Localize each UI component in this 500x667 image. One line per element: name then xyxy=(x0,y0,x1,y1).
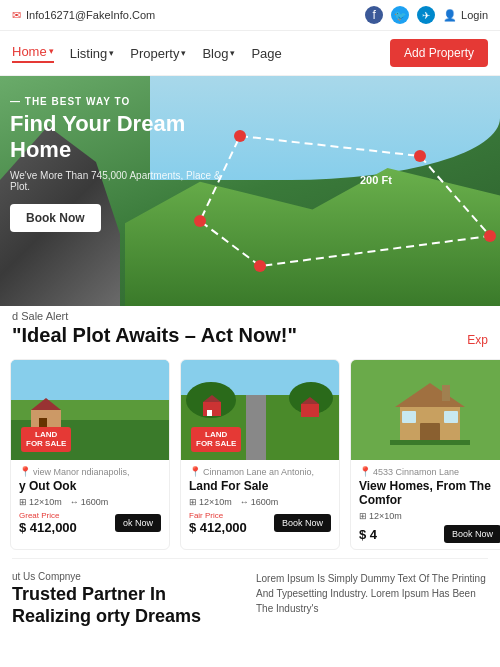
telegram-icon[interactable]: ✈ xyxy=(417,6,435,24)
nav-arrow-home: ▾ xyxy=(49,46,54,56)
social-links[interactable]: f 🐦 ✈ 👤 Login xyxy=(365,6,488,24)
card-location-2: 📍 Cinnamon Lane an Antonio, xyxy=(189,466,331,477)
svg-marker-25 xyxy=(395,383,465,407)
hero-book-button[interactable]: Book Now xyxy=(10,204,101,232)
hero-content: — THE BEST WAY TO Find Your Dream Home W… xyxy=(10,96,230,232)
nav-home[interactable]: Home ▾ xyxy=(12,44,54,63)
email-icon: ✉ xyxy=(12,9,21,22)
nav-property[interactable]: Property ▾ xyxy=(130,46,186,61)
about-title: Trusted Partner In Realizing orty Dreams xyxy=(12,584,244,627)
svg-rect-8 xyxy=(11,360,169,400)
nav-arrow-blog: ▾ xyxy=(230,48,235,58)
property-card-2: LAND FOR SALE 📍 Cinnamon Lane an Antonio… xyxy=(180,359,340,550)
sale-alert-label: d Sale Alert xyxy=(12,310,297,322)
nav-listing[interactable]: Listing ▾ xyxy=(70,46,115,61)
svg-rect-29 xyxy=(442,385,450,401)
card-scene-3 xyxy=(390,375,470,445)
hero-description: We've More Than 745,000 Apartments, Plac… xyxy=(10,170,230,192)
card-spec-beds-2: ⊞ 12×10m xyxy=(189,497,232,507)
card-body-1: 📍 view Manor ndianapolis, y Out Ook ⊞ 12… xyxy=(11,460,169,541)
alert-header: d Sale Alert "Ideal Plot Awaits – Act No… xyxy=(0,306,500,351)
card-title-3: View Homes, From The Comfor xyxy=(359,479,500,507)
nav-arrow-property: ▾ xyxy=(181,48,186,58)
card-badge-1: LAND FOR SALE xyxy=(21,427,71,452)
property-card-3: 📍 4533 Cinnamon Lane View Homes, From Th… xyxy=(350,359,500,550)
card-badge-2: LAND FOR SALE xyxy=(191,427,241,452)
svg-rect-22 xyxy=(301,404,319,417)
about-text-block: ut Us Compnye Trusted Partner In Realizi… xyxy=(12,571,244,627)
property-card-1: LAND FOR SALE 📍 view Manor ndianapolis, … xyxy=(10,359,170,550)
hero-title: Find Your Dream Home xyxy=(10,111,230,164)
card-spec-beds-3: ⊞ 12×10m xyxy=(359,511,402,521)
card-location-1: 📍 view Manor ndianapolis, xyxy=(19,466,161,477)
about-label: ut Us Compnye xyxy=(12,571,244,582)
user-icon: 👤 xyxy=(443,9,457,22)
bed-icon: ⊞ xyxy=(19,497,27,507)
size-icon: ↔ xyxy=(70,497,79,507)
navbar: Home ▾ Listing ▾ Property ▾ Blog ▾ Page … xyxy=(0,31,500,76)
card-footer-3: $ 4 Book Now xyxy=(359,525,500,543)
svg-rect-28 xyxy=(444,411,458,423)
card-footer-1: Great Price $ 412,000 ok Now xyxy=(19,511,161,535)
svg-rect-30 xyxy=(390,440,470,445)
card-body-2: 📍 Cinnamon Lane an Antonio, Land For Sal… xyxy=(181,460,339,541)
card-book-button-1[interactable]: ok Now xyxy=(115,514,161,532)
nav-page[interactable]: Page xyxy=(251,46,281,61)
card-title-1: y Out Ook xyxy=(19,479,161,493)
svg-rect-16 xyxy=(246,395,266,460)
card-body-3: 📍 4533 Cinnamon Lane View Homes, From Th… xyxy=(351,460,500,549)
card-footer-2: Fair Price $ 412,000 Book Now xyxy=(189,511,331,535)
card-book-button-3[interactable]: Book Now xyxy=(444,525,500,543)
email-address: Info16271@FakeInfo.Com xyxy=(26,9,155,21)
facebook-icon[interactable]: f xyxy=(365,6,383,24)
add-property-button[interactable]: Add Property xyxy=(390,39,488,67)
card-location-3: 📍 4533 Cinnamon Lane xyxy=(359,466,500,477)
card-specs-3: ⊞ 12×10m xyxy=(359,511,500,521)
bottom-section: ut Us Compnye Trusted Partner In Realizi… xyxy=(0,559,500,639)
hero-section: 200 Ft — THE BEST WAY TO Find Your Dream… xyxy=(0,76,500,306)
card-specs-1: ⊞ 12×10m ↔ 1600m xyxy=(19,497,161,507)
login-button[interactable]: 👤 Login xyxy=(443,9,488,22)
card-image-1: LAND FOR SALE xyxy=(11,360,169,460)
twitter-icon[interactable]: 🐦 xyxy=(391,6,409,24)
top-bar: ✉ Info16271@FakeInfo.Com f 🐦 ✈ 👤 Login xyxy=(0,0,500,31)
location-pin-icon: 📍 xyxy=(19,466,31,477)
card-image-2: LAND FOR SALE xyxy=(181,360,339,460)
card-price-block-3: $ 4 xyxy=(359,527,377,542)
sale-alert-title: "Ideal Plot Awaits – Act Now!" xyxy=(12,324,297,347)
card-image-3 xyxy=(351,360,500,460)
card-title-2: Land For Sale xyxy=(189,479,331,493)
card-spec-size-2: ↔ 1600m xyxy=(240,497,279,507)
card-specs-2: ⊞ 12×10m ↔ 1600m xyxy=(189,497,331,507)
alert-text-block: d Sale Alert "Ideal Plot Awaits – Act No… xyxy=(12,310,297,347)
bed-icon-3: ⊞ xyxy=(359,511,367,521)
explore-link[interactable]: Exp xyxy=(467,333,488,347)
card-book-button-2[interactable]: Book Now xyxy=(274,514,331,532)
nav-arrow-listing: ▾ xyxy=(109,48,114,58)
card-spec-size-1: ↔ 1600m xyxy=(70,497,109,507)
nav-blog[interactable]: Blog ▾ xyxy=(202,46,235,61)
location-pin-icon-2: 📍 xyxy=(189,466,201,477)
location-pin-icon-3: 📍 xyxy=(359,466,371,477)
svg-rect-21 xyxy=(207,410,212,416)
bed-icon-2: ⊞ xyxy=(189,497,197,507)
contact-info: ✉ Info16271@FakeInfo.Com xyxy=(12,9,155,22)
hero-subtitle: — THE BEST WAY TO xyxy=(10,96,230,107)
card-price-block-2: Fair Price $ 412,000 xyxy=(189,511,247,535)
size-icon-2: ↔ xyxy=(240,497,249,507)
card-spec-beds-1: ⊞ 12×10m xyxy=(19,497,62,507)
nav-links: Home ▾ Listing ▾ Property ▾ Blog ▾ Page xyxy=(12,44,282,63)
property-cards: LAND FOR SALE 📍 view Manor ndianapolis, … xyxy=(0,351,500,558)
card-price-block-1: Great Price $ 412,000 xyxy=(19,511,77,535)
svg-rect-27 xyxy=(402,411,416,423)
about-description: Lorem Ipsum Is Simply Dummy Text Of The … xyxy=(256,571,488,627)
